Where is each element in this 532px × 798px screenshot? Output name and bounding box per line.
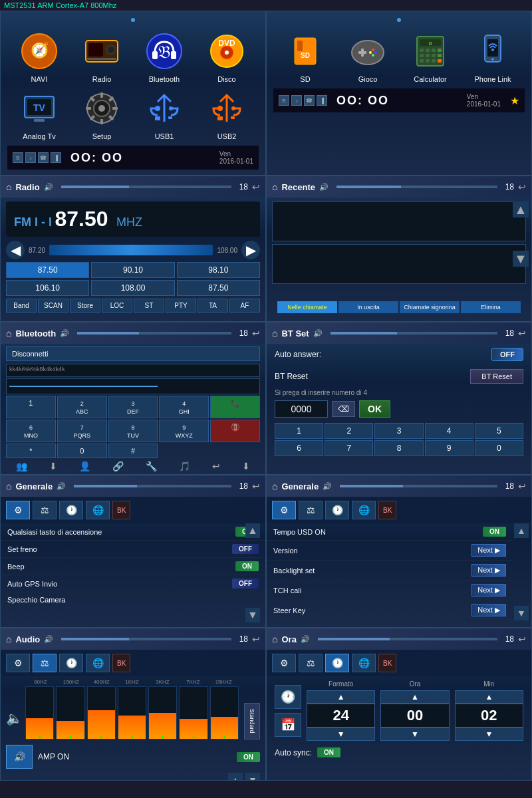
radio-pty-btn[interactable]: PTY — [166, 299, 196, 313]
gen-right-tab-settings[interactable]: ⚙ — [272, 501, 296, 519]
recente-tab-elimina[interactable]: Elimina — [461, 301, 521, 313]
gen-right-tab-globe[interactable]: 🌐 — [352, 501, 376, 519]
ora-back-icon[interactable]: ↩ — [518, 634, 526, 644]
gen-right-tab-clock[interactable]: 🕐 — [325, 501, 349, 519]
bt-key-end[interactable]: 📵 — [210, 420, 260, 442]
audio-tab-settings[interactable]: ⚙ — [6, 654, 30, 672]
app-phone-link[interactable]: Phone Link — [464, 30, 522, 83]
bt-key-2[interactable]: 2ABC — [57, 396, 107, 418]
radio-home-icon[interactable]: ⌂ — [6, 182, 11, 192]
bt-icon-back[interactable]: ↩ — [212, 461, 220, 471]
gen-right-vol-slider[interactable] — [340, 485, 497, 487]
eq-slider-6[interactable]: ● — [210, 686, 239, 739]
gen-left-tab-eq[interactable]: ⚖ — [33, 501, 57, 519]
btset-volume-icon[interactable]: 🔊 — [313, 329, 323, 338]
gen-left-tab-clock[interactable]: 🕐 — [59, 501, 83, 519]
bt-disconnetti-btn[interactable]: Disconnetti — [6, 346, 260, 361]
ora-tab-clock[interactable]: 🕐 — [325, 654, 349, 672]
recente-home-icon[interactable]: ⌂ — [272, 182, 277, 192]
bt-icon-contacts[interactable]: 👥 — [16, 461, 27, 471]
audio-tab-globe[interactable]: 🌐 — [86, 654, 110, 672]
app-radio[interactable]: Radio — [72, 30, 131, 83]
btset-num-5[interactable]: 5 — [475, 423, 523, 439]
radio-preset-0[interactable]: 87.50 — [6, 262, 89, 278]
gen-left-scroll-up[interactable]: ▲ — [245, 523, 260, 538]
radio-preset-5[interactable]: 87.50 — [177, 280, 260, 296]
gen-right-scroll-down[interactable]: ▼ — [514, 606, 529, 620]
radio-store-btn[interactable]: Store — [70, 299, 100, 313]
eq-slider-3[interactable]: ● — [118, 686, 146, 739]
eq-slider-5[interactable]: ● — [179, 686, 207, 739]
audio-tab-bk[interactable]: BK — [112, 654, 130, 672]
gen-right-next-steer[interactable]: Next ▶ — [471, 604, 506, 616]
recente-nav-up[interactable]: ▲ — [513, 201, 529, 217]
recente-tab-nelle[interactable]: Nelle chiamate — [277, 301, 337, 313]
bt-icon-person[interactable]: 👤 — [79, 461, 90, 471]
btset-pin-box[interactable]: 0000 — [275, 400, 328, 418]
btset-num-2[interactable]: 2 — [325, 423, 373, 439]
bt-text-input[interactable] — [6, 378, 260, 394]
btset-num-1[interactable]: 1 — [275, 423, 323, 439]
btset-pin-ok[interactable]: OK — [359, 400, 390, 418]
gen-right-tab-eq[interactable]: ⚖ — [299, 501, 323, 519]
app-disco[interactable]: DVD Disco — [198, 30, 256, 83]
bt-key-4[interactable]: 4GHI — [159, 396, 209, 418]
gen-right-back-icon[interactable]: ↩ — [518, 481, 526, 491]
btset-num-3[interactable]: 3 — [374, 423, 423, 439]
gen-left-tab-settings[interactable]: ⚙ — [6, 501, 30, 519]
recente-back-icon[interactable]: ↩ — [518, 182, 526, 192]
app-usb2[interactable]: USB2 — [198, 87, 256, 140]
radio-scan-btn[interactable]: SCAN — [38, 299, 68, 313]
bt-key-1[interactable]: 1 — [6, 396, 56, 418]
recente-tab-uscita[interactable]: In uscita — [338, 301, 398, 313]
audio-scroll-down[interactable]: ▼ — [245, 773, 260, 781]
radio-af-btn[interactable]: AF — [229, 299, 260, 313]
radio-band-btn[interactable]: Band — [6, 299, 37, 313]
gen-left-vol-slider[interactable] — [74, 485, 231, 487]
gen-left-tab-globe[interactable]: 🌐 — [86, 501, 110, 519]
recente-nav-down[interactable]: ▼ — [513, 251, 529, 267]
btset-volume-slider[interactable] — [331, 332, 497, 334]
gen-left-home-icon[interactable]: ⌂ — [6, 481, 11, 491]
btset-num-8[interactable]: 8 — [374, 440, 423, 456]
ora-tab-eq[interactable]: ⚖ — [299, 654, 323, 672]
gen-right-next-version[interactable]: Next ▶ — [471, 544, 506, 557]
ora-tab-settings[interactable]: ⚙ — [272, 654, 296, 672]
app-setup[interactable]: Setup — [72, 87, 131, 140]
radio-back-icon[interactable]: ↩ — [252, 182, 260, 192]
bt-icon-wrench[interactable]: 🔧 — [146, 461, 157, 471]
bt-home-icon[interactable]: ⌂ — [6, 328, 11, 338]
radio-volume-icon[interactable]: 🔊 — [44, 183, 53, 192]
ora-volume-slider[interactable] — [318, 638, 497, 640]
ora-formato-down[interactable]: ▼ — [307, 728, 375, 741]
gen-left-vol-icon[interactable]: 🔊 — [57, 482, 66, 491]
bt-icon-download[interactable]: ⬇ — [242, 461, 250, 471]
bt-volume-slider[interactable] — [77, 332, 231, 334]
eq-slider-0[interactable]: ● — [25, 686, 54, 739]
btset-num-4[interactable]: 4 — [425, 423, 473, 439]
ora-home-icon[interactable]: ⌂ — [272, 634, 277, 644]
amp-icon[interactable]: 🔊 — [6, 745, 33, 769]
ora-min-down[interactable]: ▼ — [455, 728, 523, 741]
app-analog-tv[interactable]: TV Analog Tv — [10, 87, 68, 140]
bt-key-call[interactable]: 📞 — [210, 396, 260, 418]
eq-slider-4[interactable]: ● — [148, 686, 177, 739]
radio-st-btn[interactable]: ST — [134, 299, 164, 313]
bt-key-0[interactable]: 0 — [57, 444, 107, 458]
ora-clock-btn[interactable]: 🕐 — [275, 685, 301, 709]
app-usb1[interactable]: USB1 — [135, 87, 194, 140]
bt-key-star[interactable]: * — [6, 444, 56, 458]
bt-icon-link[interactable]: 🔗 — [112, 461, 124, 471]
gen-right-next-tch[interactable]: Next ▶ — [471, 584, 506, 597]
audio-tab-clock[interactable]: 🕐 — [59, 654, 83, 672]
gen-left-scroll-down[interactable]: ▼ — [245, 608, 260, 622]
app-bluetooth[interactable]: 𝔅 Bluetooth — [135, 30, 194, 83]
radio-volume-slider[interactable] — [61, 186, 231, 188]
btset-pin-del[interactable]: ⌫ — [332, 401, 355, 417]
ora-hora-up[interactable]: ▲ — [380, 690, 449, 704]
bt-back-icon[interactable]: ↩ — [252, 328, 260, 338]
btset-auto-answer-toggle[interactable]: OFF — [491, 348, 523, 361]
recente-volume-slider[interactable] — [336, 186, 497, 188]
ora-formato-up[interactable]: ▲ — [307, 690, 375, 704]
btset-reset-btn[interactable]: BT Reset — [470, 369, 523, 384]
